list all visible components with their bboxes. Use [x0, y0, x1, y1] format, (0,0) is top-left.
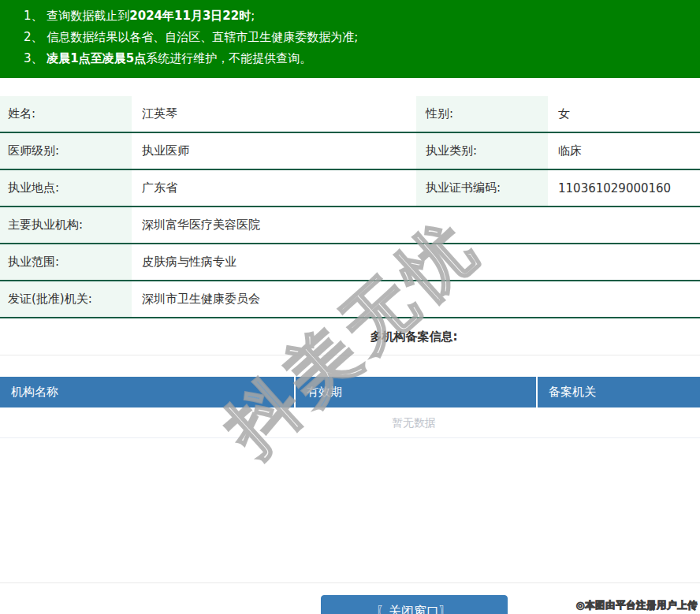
notice-line-1: 1、 查询数据截止到2024年11月3日22时;: [24, 6, 700, 27]
field-label-practice-location: 执业地点:: [0, 170, 132, 206]
notice-banner: 1、 查询数据截止到2024年11月3日22时; 2、 信息数据结果以各省、自治…: [0, 0, 700, 78]
notice-text: ;: [251, 9, 255, 23]
notice-text: 系统进行维护，不能提供查询。: [146, 51, 311, 65]
field-label-name: 姓名:: [0, 96, 132, 132]
field-label-practice-scope: 执业范围:: [0, 244, 132, 280]
filing-table-header: 机构名称 有效期 备案机关: [0, 377, 700, 407]
field-value-practice-scope: 皮肤病与性病专业: [132, 244, 700, 280]
field-value-doctor-level: 执业医师: [132, 133, 416, 169]
field-value-certificate-number: 110361029000160: [548, 170, 700, 206]
query-result-page: 1、 查询数据截止到2024年11月3日22时; 2、 信息数据结果以各省、自治…: [0, 0, 700, 614]
column-header-institution-name: 机构名称: [0, 377, 296, 407]
field-value-issuing-authority: 深圳市卫生健康委员会: [132, 281, 700, 317]
table-row: 发证(批准)机关: 深圳市卫生健康委员会: [0, 281, 700, 318]
filing-section-title: 多机构备案信息:: [0, 318, 700, 355]
content-area: 姓名: 江英琴 性别: 女 医师级别: 执业医师 执业类别: 临床 执业地点: …: [0, 96, 700, 614]
doctor-info-table: 姓名: 江英琴 性别: 女 医师级别: 执业医师 执业类别: 临床 执业地点: …: [0, 96, 700, 318]
field-value-practice-category: 临床: [548, 133, 700, 169]
field-value-name: 江英琴: [132, 96, 416, 132]
field-label-issuing-authority: 发证(批准)机关:: [0, 281, 132, 317]
section-gap: [0, 355, 700, 377]
column-header-filing-authority: 备案机关: [538, 377, 700, 407]
field-label-doctor-level: 医师级别:: [0, 133, 132, 169]
notice-text: 1、 查询数据截止到: [24, 9, 129, 23]
notice-line-3: 3、 凌晨1点至凌晨5点系统进行维护，不能提供查询。: [24, 48, 700, 69]
table-row: 执业地点: 广东省 执业证书编码: 110361029000160: [0, 170, 700, 207]
notice-bold-text: 凌晨1点至凌晨5点: [47, 51, 146, 65]
notice-bold-text: 2024年11月3日22时: [129, 9, 251, 23]
field-label-practice-category: 执业类别:: [416, 133, 548, 169]
field-value-gender: 女: [548, 96, 700, 132]
upload-credit-stamp: ◎本图由平台注册用户上传: [576, 599, 698, 612]
field-label-gender: 性别:: [416, 96, 548, 132]
empty-data-row: 暂无数据: [0, 407, 700, 438]
table-row: 执业范围: 皮肤病与性病专业: [0, 244, 700, 281]
table-row: 姓名: 江英琴 性别: 女: [0, 96, 700, 133]
close-window-button[interactable]: 〖关闭窗口〗: [321, 595, 508, 614]
notice-text: 3、: [24, 51, 47, 65]
field-label-certificate-number: 执业证书编码:: [416, 170, 548, 206]
table-row: 主要执业机构: 深圳富华医疗美容医院: [0, 207, 700, 244]
field-label-main-institution: 主要执业机构:: [0, 207, 132, 243]
field-value-practice-location: 广东省: [132, 170, 416, 206]
bottom-spacer: [0, 438, 700, 582]
table-row: 医师级别: 执业医师 执业类别: 临床: [0, 133, 700, 170]
column-header-validity-period: 有效期: [296, 377, 538, 407]
field-value-main-institution: 深圳富华医疗美容医院: [132, 207, 700, 243]
notice-text: 2、 信息数据结果以各省、自治区、直辖市卫生健康委数据为准;: [24, 30, 358, 44]
notice-line-2: 2、 信息数据结果以各省、自治区、直辖市卫生健康委数据为准;: [24, 27, 700, 48]
